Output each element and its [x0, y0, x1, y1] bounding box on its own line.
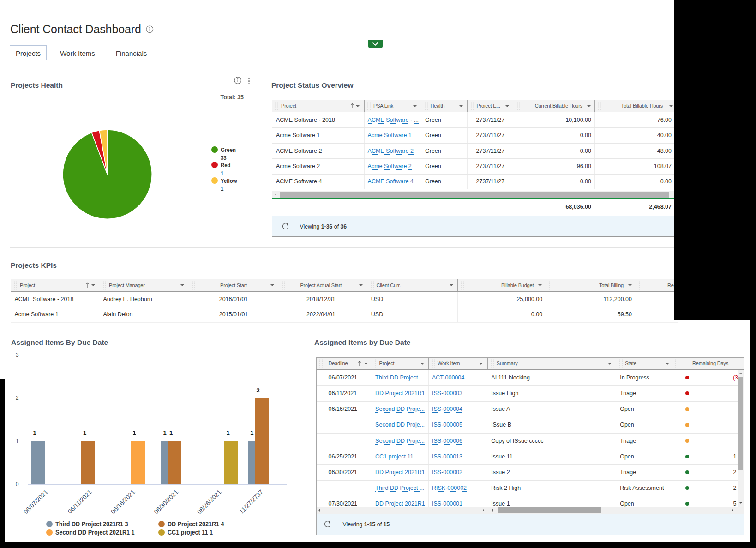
svg-text:11/27/2737: 11/27/2737	[238, 488, 264, 515]
svg-text:06/07/2021: 06/07/2021	[22, 488, 49, 515]
svg-text:06/30/2021: 06/30/2021	[153, 488, 180, 515]
svg-text:06/11/2021: 06/11/2021	[66, 488, 93, 515]
svg-text:08/26/2021: 08/26/2021	[196, 488, 222, 515]
svg-text:06/16/2021: 06/16/2021	[109, 488, 136, 515]
